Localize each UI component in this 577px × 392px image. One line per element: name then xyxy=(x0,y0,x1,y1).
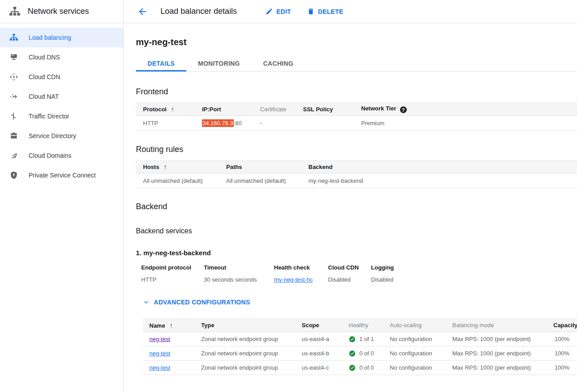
sidebar-item-label: Cloud NAT xyxy=(29,93,59,100)
pencil-icon xyxy=(265,8,273,15)
backend-service-properties: Endpoint protocol HTTP Timeout 30 second… xyxy=(141,264,577,283)
sidebar-item-cloud-domains[interactable]: :// Cloud Domains xyxy=(0,146,123,165)
backend-healthy: 0 of 0 xyxy=(342,361,383,375)
sort-ascending-icon: ↑ xyxy=(171,105,174,113)
private-service-connect-icon xyxy=(9,171,18,180)
back-arrow-icon xyxy=(137,6,148,17)
chevron-down-icon xyxy=(142,298,150,306)
load-balancing-icon xyxy=(9,33,18,42)
healthy-check-icon xyxy=(349,336,356,343)
property-timeout: Timeout 30 seconds seconds xyxy=(204,264,274,283)
routing-rules-table: Hosts↑ Paths Backend All unmatched (defa… xyxy=(136,160,577,188)
backend-scope: us-east4-a xyxy=(295,332,342,346)
sidebar-item-label: Cloud DNS xyxy=(29,54,60,61)
app-window: Network services Load balancing Cloud DN… xyxy=(0,0,577,392)
sidebar-item-private-service-connect[interactable]: Private Service Connect xyxy=(0,165,123,185)
column-header-backend[interactable]: Backend xyxy=(301,160,577,173)
tab-bar: DETAILS MONITORING CACHING xyxy=(136,56,577,72)
backend-scope: us-east4-b xyxy=(295,346,342,361)
backend-capacity: 100% xyxy=(547,361,577,375)
sidebar-item-label: Load balancing xyxy=(29,34,71,41)
column-header-ssl-policy[interactable]: SSL Policy xyxy=(296,103,354,116)
healthy-check-icon xyxy=(349,364,356,371)
column-header-scope[interactable]: Scope xyxy=(295,319,342,332)
cloud-dns-icon xyxy=(9,53,18,62)
tab-caching[interactable]: CACHING xyxy=(252,56,305,72)
health-check-link[interactable]: my-neg-test-hc xyxy=(274,276,313,283)
backend-row: neg-test Zonal network endpoint group us… xyxy=(143,346,577,361)
service-directory-icon xyxy=(9,131,18,140)
sidebar-item-cloud-nat[interactable]: Cloud NAT xyxy=(0,87,123,106)
content-area: my-neg-test DETAILS MONITORING CACHING F… xyxy=(124,23,577,392)
frontend-certificate: - xyxy=(253,116,296,131)
delete-button[interactable]: DELETE xyxy=(307,8,343,15)
cloud-cdn-icon xyxy=(9,72,18,81)
backend-services-heading: Backend services xyxy=(136,227,577,235)
sidebar-item-cloud-dns[interactable]: Cloud DNS xyxy=(0,47,123,67)
sidebar-item-service-directory[interactable]: Service Directory xyxy=(0,126,123,146)
frontend-table: Protocol↑ IP:Port Certificate SSL Policy… xyxy=(136,102,577,131)
tab-details[interactable]: DETAILS xyxy=(136,56,186,72)
sidebar-item-load-balancing[interactable]: Load balancing xyxy=(0,28,123,47)
sidebar-header: Network services xyxy=(0,0,123,23)
backend-type: Zonal network endpoint group xyxy=(195,346,295,361)
frontend-protocol: HTTP xyxy=(136,116,195,131)
property-endpoint-protocol: Endpoint protocol HTTP xyxy=(141,264,204,283)
trash-icon xyxy=(307,8,315,15)
property-health-check: Health check my-neg-test-hc xyxy=(274,264,328,283)
frontend-heading: Frontend xyxy=(136,87,577,97)
sidebar-nav: Load balancing Cloud DNS Cloud CDN Cloud… xyxy=(0,23,123,185)
column-header-healthy[interactable]: Healthy xyxy=(342,319,383,332)
neg-link[interactable]: neg-test xyxy=(149,336,170,342)
sidebar-item-label: Service Directory xyxy=(29,132,76,139)
backend-capacity: 100% xyxy=(547,346,577,361)
sort-ascending-icon: ↑ xyxy=(169,322,173,329)
sidebar-item-label: Cloud CDN xyxy=(29,73,60,80)
column-header-network-tier[interactable]: Network Tier? xyxy=(354,103,577,116)
column-header-protocol[interactable]: Protocol↑ xyxy=(136,103,195,116)
column-header-balancing-mode[interactable]: Balancing mode xyxy=(446,319,547,332)
frontend-network-tier: Premium xyxy=(354,116,577,131)
advanced-configurations-toggle[interactable]: ADVANCED CONFIGURATIONS xyxy=(142,298,250,306)
cloud-domains-icon: :// xyxy=(9,151,18,160)
backend-balancing-mode: Max RPS: 1000 (per endpoint) xyxy=(446,332,547,346)
sidebar-item-traffic-director[interactable]: Traffic Director xyxy=(0,106,123,126)
column-header-ip-port[interactable]: IP:Port xyxy=(195,103,253,116)
edit-button[interactable]: EDIT xyxy=(265,8,291,15)
backend-balancing-mode: Max RPS: 1000 (per endpoint) xyxy=(446,361,547,375)
highlighted-ip: 34.160.78.3 xyxy=(202,119,234,127)
traffic-director-icon xyxy=(9,112,18,121)
help-icon[interactable]: ? xyxy=(400,106,407,113)
routing-paths: All unmatched (default) xyxy=(219,173,301,188)
backend-balancing-mode: Max RPS: 1000 (per endpoint) xyxy=(446,346,547,361)
routing-backend: my-neg-test-backend xyxy=(301,173,577,188)
neg-link[interactable]: neg-test xyxy=(149,350,170,357)
backend-row: neg-test Zonal network endpoint group us… xyxy=(143,332,577,346)
sidebar: Network services Load balancing Cloud DN… xyxy=(0,0,124,392)
column-header-hosts[interactable]: Hosts↑ xyxy=(136,160,219,173)
column-header-certificate[interactable]: Certificate xyxy=(253,103,296,116)
backends-table-header: Name↑ Type Scope Healthy Auto-scaling Ba… xyxy=(143,319,577,332)
backends-table: Name↑ Type Scope Healthy Auto-scaling Ba… xyxy=(143,318,577,375)
property-logging: Logging Disabled xyxy=(371,264,425,283)
sidebar-item-label: Cloud Domains xyxy=(29,152,72,159)
sidebar-item-cloud-cdn[interactable]: Cloud CDN xyxy=(0,67,123,87)
network-services-icon xyxy=(9,6,21,17)
page-header: Load balancer details EDIT DELETE xyxy=(124,0,577,23)
column-header-autoscaling[interactable]: Auto-scaling xyxy=(383,319,446,332)
column-header-capacity[interactable]: Capacity xyxy=(547,319,577,332)
column-header-type[interactable]: Type xyxy=(195,319,295,332)
page-title: Load balancer details xyxy=(160,7,237,16)
healthy-check-icon xyxy=(349,350,356,357)
tab-monitoring[interactable]: MONITORING xyxy=(186,56,252,72)
backend-healthy: 0 of 0 xyxy=(342,346,383,361)
backend-type: Zonal network endpoint group xyxy=(195,361,295,375)
main-panel: Load balancer details EDIT DELETE my-neg… xyxy=(124,0,577,392)
frontend-table-header: Protocol↑ IP:Port Certificate SSL Policy… xyxy=(136,103,577,116)
column-header-name[interactable]: Name↑ xyxy=(143,319,195,332)
routing-rule-row: All unmatched (default) All unmatched (d… xyxy=(136,173,577,188)
column-header-paths[interactable]: Paths xyxy=(219,160,301,173)
neg-link[interactable]: neg-test xyxy=(149,364,170,371)
backend-autoscaling: No configuration xyxy=(383,361,446,375)
back-button[interactable] xyxy=(137,6,148,17)
